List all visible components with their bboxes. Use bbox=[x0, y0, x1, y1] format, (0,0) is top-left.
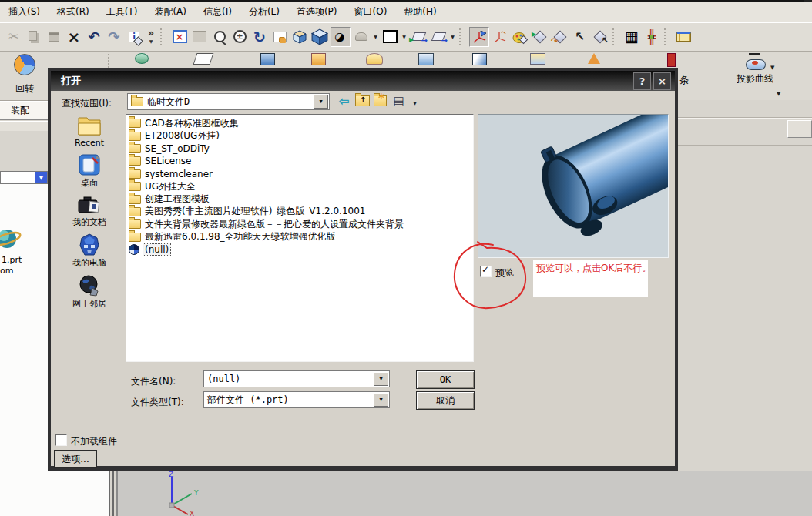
project-curve-button[interactable]: 投影曲线 bbox=[715, 53, 795, 98]
menu-item[interactable]: 窗口(O) bbox=[346, 3, 396, 21]
file-row[interactable]: ET2008(UG外挂) bbox=[129, 129, 471, 142]
file-type-dropdown-icon[interactable] bbox=[374, 393, 388, 407]
place-network[interactable]: 网上邻居 bbox=[55, 274, 123, 310]
shaded-cube-icon[interactable] bbox=[290, 28, 309, 46]
delete-icon[interactable] bbox=[65, 28, 83, 46]
menu-item[interactable]: 工具(T) bbox=[98, 3, 146, 21]
menu-item[interactable]: 帮助(H) bbox=[395, 3, 445, 21]
file-row[interactable]: CAD各种标准图框收集 bbox=[129, 117, 471, 129]
preview-checkbox[interactable] bbox=[480, 266, 492, 277]
revolve-button[interactable]: 回转 bbox=[5, 54, 45, 99]
hidden-edges-dropdown-icon[interactable] bbox=[372, 28, 379, 46]
up-folder-icon[interactable] bbox=[354, 93, 371, 109]
snap-cursor-icon[interactable] bbox=[591, 28, 609, 46]
datum-plane-2-icon[interactable] bbox=[429, 28, 448, 46]
file-row[interactable]: 美图秀秀(非主流图片处理软件)_绿色版_V1.2.0.1001 bbox=[129, 206, 471, 218]
cancel-button[interactable]: 取消 bbox=[416, 391, 475, 410]
menu-item[interactable]: 分析(L) bbox=[240, 3, 288, 21]
cut-icon[interactable] bbox=[5, 28, 23, 46]
dropdown-arrow-icon[interactable]: ▼ bbox=[777, 91, 780, 97]
menu-item[interactable]: 格式(R) bbox=[49, 3, 98, 21]
file-row[interactable]: 创建工程图模板 bbox=[129, 193, 471, 205]
reorder-icon[interactable] bbox=[551, 28, 569, 46]
panel-button[interactable] bbox=[787, 120, 812, 138]
datum-dropdown-icon[interactable] bbox=[449, 28, 456, 46]
back-icon[interactable]: ⇦ bbox=[336, 93, 352, 109]
preview-checkbox-label[interactable]: 预览 bbox=[495, 266, 514, 280]
menu-item[interactable]: 装配(A) bbox=[146, 3, 195, 21]
graphics-viewport[interactable] bbox=[118, 471, 812, 516]
feature-icon-sliver[interactable] bbox=[472, 53, 487, 65]
file-row[interactable]: UG外挂大全 bbox=[129, 180, 471, 193]
feature-icon-sliver[interactable] bbox=[418, 53, 434, 65]
blank-view-dropdown-icon[interactable] bbox=[401, 28, 408, 46]
fill-view-icon[interactable] bbox=[190, 28, 209, 46]
feature-icon-sliver[interactable] bbox=[366, 53, 383, 65]
display-shaded-icon[interactable] bbox=[331, 27, 351, 47]
csys-orient-icon[interactable] bbox=[491, 28, 509, 46]
point-set-icon[interactable] bbox=[643, 28, 661, 46]
file-row[interactable]: (null) bbox=[129, 243, 471, 256]
feature-icon-sliver[interactable] bbox=[260, 53, 275, 65]
no-load-components-label[interactable]: 不加载组件 bbox=[71, 435, 117, 448]
menu-item[interactable]: 首选项(P) bbox=[288, 3, 346, 21]
file-row[interactable]: systemcleaner bbox=[129, 168, 471, 180]
desktop-shortcut-planet-icon[interactable] bbox=[0, 224, 22, 253]
left-panel-combobox[interactable] bbox=[0, 171, 48, 184]
look-in-dropdown-icon[interactable] bbox=[314, 95, 328, 109]
new-folder-icon[interactable] bbox=[372, 93, 388, 109]
feature-icon-sliver[interactable] bbox=[530, 53, 545, 65]
dialog-help-button[interactable]: ? bbox=[633, 72, 651, 90]
feature-icon-sliver[interactable] bbox=[311, 53, 326, 65]
datum-plane-icon[interactable]: ▶ bbox=[409, 28, 428, 46]
look-in-combobox[interactable]: 临时文件D bbox=[127, 93, 330, 110]
dropdown-arrow-icon[interactable]: ▼ bbox=[770, 65, 774, 71]
grid-icon[interactable] bbox=[622, 28, 641, 46]
ok-button[interactable]: OK bbox=[416, 370, 475, 389]
paste-icon[interactable] bbox=[45, 28, 63, 46]
toolbar-overflow-icon[interactable] bbox=[145, 28, 157, 46]
hidden-edges-icon[interactable] bbox=[352, 28, 371, 46]
no-load-components-checkbox[interactable] bbox=[55, 434, 67, 446]
panel-splitter[interactable] bbox=[109, 471, 110, 516]
views-icon[interactable] bbox=[391, 93, 407, 109]
file-type-combobox[interactable]: 部件文件 (*.prt) bbox=[203, 391, 390, 408]
menu-item[interactable]: 插入(S) bbox=[0, 3, 49, 21]
copy-icon[interactable] bbox=[25, 28, 43, 46]
place-my-computer[interactable]: 我的电脑 bbox=[55, 233, 123, 269]
pan-view-icon[interactable] bbox=[270, 28, 289, 46]
desktop-shortcut-label-2[interactable]: om bbox=[0, 266, 13, 276]
feature-icon-sliver[interactable] bbox=[667, 53, 676, 67]
place-my-documents[interactable]: 我的文档 bbox=[55, 194, 123, 228]
views-dropdown-icon[interactable] bbox=[407, 95, 423, 110]
file-row[interactable]: SE_ST_oDDiTy bbox=[129, 142, 471, 155]
place-desktop[interactable]: 桌面 bbox=[55, 153, 123, 189]
file-name-combobox[interactable]: (null) bbox=[203, 370, 390, 387]
snap-play-icon[interactable] bbox=[531, 28, 549, 46]
cursor-select-icon[interactable] bbox=[571, 28, 589, 46]
panel-splitter[interactable] bbox=[112, 471, 114, 516]
zoom-box-icon[interactable] bbox=[210, 28, 229, 46]
file-name-dropdown-icon[interactable] bbox=[374, 372, 388, 386]
undo-icon[interactable] bbox=[85, 28, 103, 46]
csys-dynamic-icon[interactable] bbox=[469, 27, 489, 47]
navigation-cube-icon[interactable] bbox=[310, 28, 329, 46]
rotate-view-icon[interactable] bbox=[250, 28, 269, 46]
ruler-icon[interactable] bbox=[674, 28, 693, 46]
export-info-icon[interactable] bbox=[125, 28, 143, 46]
file-row[interactable]: 最新迅雷6.0.1.98_全功能天天绿软增强优化版 bbox=[129, 231, 471, 243]
zoom-in-out-icon[interactable] bbox=[230, 28, 249, 46]
role-palette-icon[interactable] bbox=[511, 28, 529, 46]
redo-icon[interactable] bbox=[105, 28, 123, 46]
dialog-close-button[interactable]: × bbox=[653, 72, 671, 90]
menu-item[interactable]: 信息(I) bbox=[195, 3, 240, 21]
feature-icon-sliver[interactable] bbox=[135, 53, 149, 64]
file-row[interactable]: 文件夹背景修改器最新绿色版－－把心爱的人设置成文件夹背景 bbox=[129, 218, 471, 230]
options-button[interactable]: 选项... bbox=[54, 450, 97, 468]
combo-dropdown-icon[interactable] bbox=[35, 172, 47, 183]
fit-view-icon[interactable] bbox=[170, 28, 189, 46]
feature-icon-sliver[interactable] bbox=[588, 53, 600, 64]
file-row[interactable]: SELicense bbox=[129, 155, 471, 167]
place-recent[interactable]: Recent bbox=[55, 114, 123, 148]
desktop-shortcut-label[interactable]: 1.prt bbox=[2, 255, 22, 265]
